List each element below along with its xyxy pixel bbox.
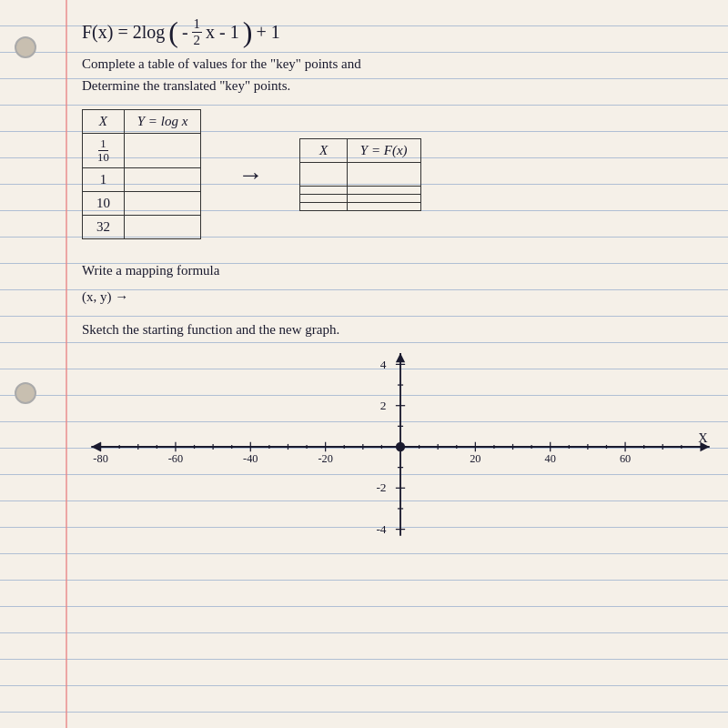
x-label-60: 60: [620, 453, 631, 466]
margin-line: [66, 0, 67, 728]
left-table-col1-header: X: [83, 110, 125, 134]
right-row3-y: [347, 194, 420, 202]
fraction-denominator: 2: [192, 33, 203, 48]
x-label-neg20: -20: [318, 453, 332, 466]
coordinate-svg: -60 -40 -20 20 40 60 -80 X 4 2 -2 -4: [82, 347, 719, 547]
instructions: Complete a table of values for the "key"…: [82, 53, 710, 96]
formula-display: F(x) = 2log ( - 1 2 x - 1 ) + 1: [82, 16, 710, 47]
right-row4-x: [300, 202, 348, 210]
x-label-20: 20: [470, 453, 480, 466]
open-paren: (: [168, 17, 178, 46]
hole-punch-top: [15, 36, 36, 58]
table-row: 10: [83, 192, 201, 216]
left-row3-x: 10: [83, 192, 125, 216]
mapping-section: Write a mapping formula (x, y) →: [82, 258, 710, 309]
left-table: X Y = log x 110 1 10: [82, 109, 201, 239]
table-row: [300, 162, 420, 186]
right-table-col2-header: Y = F(x): [347, 138, 420, 162]
fraction-numerator: 1: [192, 16, 203, 33]
x-label-neg80: -80: [93, 453, 107, 466]
table-row: 32: [83, 216, 201, 239]
svg-marker-4: [396, 353, 405, 362]
left-row2-y: [124, 168, 201, 192]
right-row1-x: [300, 162, 348, 186]
page-content: F(x) = 2log ( - 1 2 x - 1 ) + 1 Complete…: [82, 16, 710, 547]
right-row2-x: [300, 186, 348, 194]
right-row3-x: [300, 194, 348, 202]
origin-dot: [396, 442, 405, 451]
right-table: X Y = F(x): [299, 138, 420, 211]
x-label-40: 40: [545, 453, 556, 466]
svg-marker-3: [91, 442, 100, 451]
table-row: [300, 202, 420, 210]
formula-prefix: F(x) = 2log: [82, 22, 165, 43]
x-axis-label: X: [698, 430, 708, 445]
y-label-2: 2: [380, 399, 387, 412]
sketch-label: Sketch the starting function and the new…: [82, 322, 710, 338]
table-row: [300, 194, 420, 202]
mapping-label: Write a mapping formula: [82, 258, 710, 284]
table-row: [300, 186, 420, 194]
formula-negative: -: [182, 22, 188, 43]
right-row4-y: [347, 202, 420, 210]
instruction-line2: Determine the translated "key" points.: [82, 75, 710, 96]
instruction-line1: Complete a table of values for the "key"…: [82, 53, 710, 75]
table-row: 1: [83, 168, 201, 192]
formula-inner2: x - 1: [206, 22, 239, 43]
left-row1-x: 110: [83, 134, 125, 168]
right-table-col1-header: X: [300, 138, 348, 162]
transformation-arrow: →: [238, 160, 263, 189]
left-row2-x: 1: [83, 168, 125, 192]
fraction-half: 1 2: [192, 16, 203, 47]
left-row4-x: 32: [83, 216, 125, 239]
x-label-neg40: -40: [243, 453, 258, 466]
y-label-neg2: -2: [376, 480, 386, 494]
y-label-4: 4: [380, 358, 387, 371]
left-row1-y: [124, 134, 201, 168]
table-row: 110: [83, 134, 201, 168]
left-row4-y: [124, 216, 201, 239]
coordinate-plane: -60 -40 -20 20 40 60 -80 X 4 2 -2 -4: [82, 347, 719, 547]
right-row1-y: [347, 162, 420, 186]
notebook-page: F(x) = 2log ( - 1 2 x - 1 ) + 1 Complete…: [0, 0, 728, 728]
x-label-neg60: -60: [168, 453, 183, 466]
close-paren: ): [243, 17, 253, 46]
mapping-formula: (x, y) →: [82, 284, 710, 310]
left-row3-y: [124, 192, 201, 216]
left-table-col2-header: Y = log x: [124, 110, 201, 134]
y-label-neg4: -4: [376, 522, 386, 536]
formula-suffix: + 1: [256, 22, 279, 43]
right-row2-y: [347, 186, 420, 194]
hole-punch-bottom: [15, 382, 36, 404]
table-section: X Y = log x 110 1 10: [82, 109, 710, 239]
